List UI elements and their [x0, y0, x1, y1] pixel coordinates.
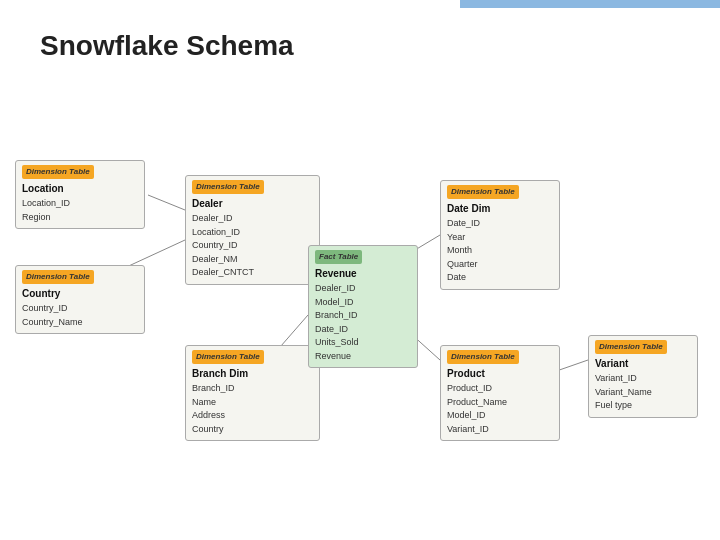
- branch-field-3: Address: [192, 409, 313, 423]
- revenue-field-5: Units_Sold: [315, 336, 411, 350]
- country-field-1: Country_ID: [22, 302, 138, 316]
- product-field-3: Model_ID: [447, 409, 553, 423]
- variant-field-1: Variant_ID: [595, 372, 691, 386]
- product-field-4: Variant_ID: [447, 423, 553, 437]
- schema-diagram: Dimension Table Location Location_ID Reg…: [0, 80, 720, 540]
- date-field-2: Year: [447, 231, 553, 245]
- page-title: Snowflake Schema: [40, 30, 294, 62]
- svg-line-0: [148, 195, 185, 210]
- dealer-field-3: Country_ID: [192, 239, 313, 253]
- country-field-2: Country_Name: [22, 316, 138, 330]
- date-dim-table: Dimension Table Date Dim Date_ID Year Mo…: [440, 180, 560, 290]
- country-table: Dimension Table Country Country_ID Count…: [15, 265, 145, 334]
- branch-field-1: Branch_ID: [192, 382, 313, 396]
- dealer-field-4: Dealer_NM: [192, 253, 313, 267]
- revenue-field-2: Model_ID: [315, 296, 411, 310]
- date-dim-table-name: Date Dim: [447, 201, 553, 216]
- variant-dim-badge: Dimension Table: [595, 340, 667, 354]
- dealer-field-5: Dealer_CNTCT: [192, 266, 313, 280]
- branch-table: Dimension Table Branch Dim Branch_ID Nam…: [185, 345, 320, 441]
- revenue-table: Fact Table Revenue Dealer_ID Model_ID Br…: [308, 245, 418, 368]
- branch-field-4: Country: [192, 423, 313, 437]
- revenue-field-3: Branch_ID: [315, 309, 411, 323]
- revenue-field-4: Date_ID: [315, 323, 411, 337]
- dealer-table-name: Dealer: [192, 196, 313, 211]
- date-field-5: Date: [447, 271, 553, 285]
- variant-field-3: Fuel type: [595, 399, 691, 413]
- location-table-name: Location: [22, 181, 138, 196]
- dealer-table: Dimension Table Dealer Dealer_ID Locatio…: [185, 175, 320, 285]
- product-table-name: Product: [447, 366, 553, 381]
- dealer-field-2: Location_ID: [192, 226, 313, 240]
- dealer-field-1: Dealer_ID: [192, 212, 313, 226]
- revenue-table-name: Revenue: [315, 266, 411, 281]
- date-dim-badge: Dimension Table: [447, 185, 519, 199]
- dealer-dim-badge: Dimension Table: [192, 180, 264, 194]
- date-field-4: Quarter: [447, 258, 553, 272]
- revenue-field-1: Dealer_ID: [315, 282, 411, 296]
- country-dim-badge: Dimension Table: [22, 270, 94, 284]
- location-field-2: Region: [22, 211, 138, 225]
- variant-table: Dimension Table Variant Variant_ID Varia…: [588, 335, 698, 418]
- product-dim-badge: Dimension Table: [447, 350, 519, 364]
- product-table: Dimension Table Product Product_ID Produ…: [440, 345, 560, 441]
- location-field-1: Location_ID: [22, 197, 138, 211]
- branch-field-2: Name: [192, 396, 313, 410]
- revenue-fact-badge: Fact Table: [315, 250, 362, 264]
- location-table: Dimension Table Location Location_ID Reg…: [15, 160, 145, 229]
- decorative-top-bar: [460, 0, 720, 8]
- revenue-field-6: Revenue: [315, 350, 411, 364]
- branch-dim-badge: Dimension Table: [192, 350, 264, 364]
- date-field-3: Month: [447, 244, 553, 258]
- location-dim-badge: Dimension Table: [22, 165, 94, 179]
- variant-field-2: Variant_Name: [595, 386, 691, 400]
- date-field-1: Date_ID: [447, 217, 553, 231]
- country-table-name: Country: [22, 286, 138, 301]
- product-field-2: Product_Name: [447, 396, 553, 410]
- branch-table-name: Branch Dim: [192, 366, 313, 381]
- variant-table-name: Variant: [595, 356, 691, 371]
- product-field-1: Product_ID: [447, 382, 553, 396]
